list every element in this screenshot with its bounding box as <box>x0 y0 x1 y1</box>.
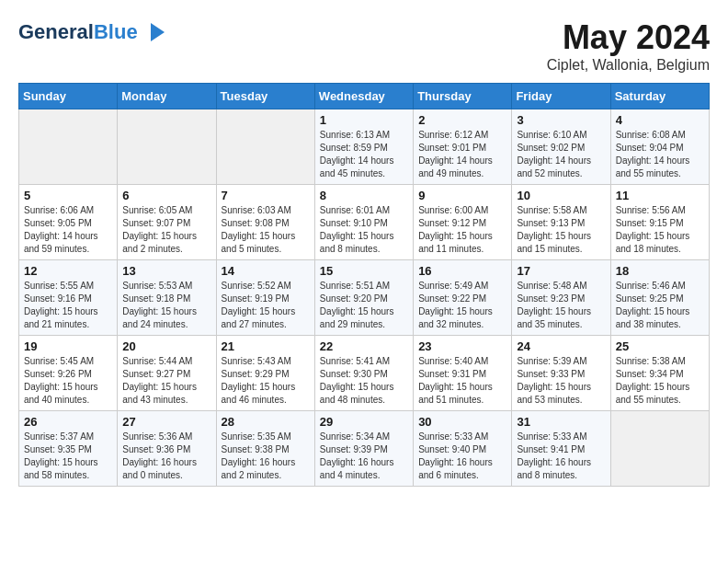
calendar-cell: 4Sunrise: 6:08 AM Sunset: 9:04 PM Daylig… <box>610 109 709 185</box>
logo: GeneralBlue <box>18 18 169 46</box>
day-of-week-header: Monday <box>118 84 216 109</box>
calendar-cell: 16Sunrise: 5:49 AM Sunset: 9:22 PM Dayli… <box>414 260 512 336</box>
calendar-cell: 10Sunrise: 5:58 AM Sunset: 9:13 PM Dayli… <box>512 185 610 260</box>
day-number: 23 <box>418 339 506 353</box>
day-number: 28 <box>222 415 310 429</box>
day-number: 2 <box>418 113 506 127</box>
day-number: 8 <box>320 189 408 202</box>
day-info: Sunrise: 5:49 AM Sunset: 9:22 PM Dayligh… <box>418 280 506 331</box>
calendar-cell: 24Sunrise: 5:39 AM Sunset: 9:33 PM Dayli… <box>512 336 610 411</box>
svg-marker-0 <box>151 23 165 41</box>
day-info: Sunrise: 5:56 AM Sunset: 9:15 PM Dayligh… <box>616 204 704 256</box>
title-block: May 2024 Ciplet, Wallonia, Belgium <box>547 18 710 74</box>
day-info: Sunrise: 6:00 AM Sunset: 9:12 PM Dayligh… <box>418 204 506 256</box>
day-info: Sunrise: 6:13 AM Sunset: 8:59 PM Dayligh… <box>320 129 408 180</box>
day-info: Sunrise: 6:10 AM Sunset: 9:02 PM Dayligh… <box>517 129 605 180</box>
calendar-week-row: 5Sunrise: 6:06 AM Sunset: 9:05 PM Daylig… <box>19 185 710 260</box>
day-number: 29 <box>320 415 408 429</box>
calendar-cell: 9Sunrise: 6:00 AM Sunset: 9:12 PM Daylig… <box>414 185 512 260</box>
calendar-week-row: 1Sunrise: 6:13 AM Sunset: 8:59 PM Daylig… <box>19 109 710 185</box>
day-info: Sunrise: 5:40 AM Sunset: 9:31 PM Dayligh… <box>418 355 506 407</box>
calendar-cell <box>216 109 314 185</box>
day-number: 18 <box>616 264 704 278</box>
day-number: 31 <box>517 415 605 429</box>
calendar-cell: 29Sunrise: 5:34 AM Sunset: 9:39 PM Dayli… <box>314 411 413 487</box>
day-of-week-header: Tuesday <box>216 84 314 109</box>
logo-text: GeneralBlue <box>18 21 138 43</box>
calendar-week-row: 26Sunrise: 5:37 AM Sunset: 9:35 PM Dayli… <box>19 411 710 487</box>
day-info: Sunrise: 5:33 AM Sunset: 9:41 PM Dayligh… <box>517 431 605 482</box>
day-info: Sunrise: 5:53 AM Sunset: 9:18 PM Dayligh… <box>122 280 210 331</box>
day-info: Sunrise: 6:01 AM Sunset: 9:10 PM Dayligh… <box>320 204 408 256</box>
logo-icon <box>142 18 169 46</box>
calendar-cell <box>19 109 118 185</box>
calendar-cell: 31Sunrise: 5:33 AM Sunset: 9:41 PM Dayli… <box>512 411 610 487</box>
day-of-week-header: Friday <box>512 84 610 109</box>
day-number: 12 <box>24 264 112 278</box>
calendar-cell: 25Sunrise: 5:38 AM Sunset: 9:34 PM Dayli… <box>610 336 709 411</box>
day-info: Sunrise: 6:06 AM Sunset: 9:05 PM Dayligh… <box>24 204 112 256</box>
calendar-cell: 3Sunrise: 6:10 AM Sunset: 9:02 PM Daylig… <box>512 109 610 185</box>
calendar-week-row: 12Sunrise: 5:55 AM Sunset: 9:16 PM Dayli… <box>19 260 710 336</box>
day-info: Sunrise: 5:34 AM Sunset: 9:39 PM Dayligh… <box>320 431 408 482</box>
day-of-week-header: Saturday <box>610 84 709 109</box>
calendar-cell: 21Sunrise: 5:43 AM Sunset: 9:29 PM Dayli… <box>216 336 314 411</box>
calendar-header-row: SundayMondayTuesdayWednesdayThursdayFrid… <box>19 84 710 109</box>
day-number: 13 <box>122 264 210 278</box>
day-number: 25 <box>616 339 704 353</box>
calendar-cell: 8Sunrise: 6:01 AM Sunset: 9:10 PM Daylig… <box>314 185 413 260</box>
calendar-cell: 15Sunrise: 5:51 AM Sunset: 9:20 PM Dayli… <box>314 260 413 336</box>
day-info: Sunrise: 5:38 AM Sunset: 9:34 PM Dayligh… <box>616 355 704 407</box>
calendar-cell: 27Sunrise: 5:36 AM Sunset: 9:36 PM Dayli… <box>118 411 216 487</box>
day-info: Sunrise: 5:39 AM Sunset: 9:33 PM Dayligh… <box>517 355 605 407</box>
day-number: 11 <box>616 189 704 202</box>
subtitle: Ciplet, Wallonia, Belgium <box>547 57 710 74</box>
day-number: 27 <box>122 415 210 429</box>
day-number: 30 <box>418 415 506 429</box>
day-info: Sunrise: 5:33 AM Sunset: 9:40 PM Dayligh… <box>418 431 506 482</box>
day-number: 10 <box>517 189 605 202</box>
calendar-cell: 6Sunrise: 6:05 AM Sunset: 9:07 PM Daylig… <box>118 185 216 260</box>
day-number: 17 <box>517 264 605 278</box>
day-number: 1 <box>320 113 408 127</box>
day-info: Sunrise: 6:05 AM Sunset: 9:07 PM Dayligh… <box>122 204 210 256</box>
day-number: 4 <box>616 113 704 127</box>
day-number: 6 <box>122 189 210 202</box>
day-info: Sunrise: 6:08 AM Sunset: 9:04 PM Dayligh… <box>616 129 704 180</box>
day-of-week-header: Wednesday <box>314 84 413 109</box>
calendar-cell: 5Sunrise: 6:06 AM Sunset: 9:05 PM Daylig… <box>19 185 118 260</box>
day-of-week-header: Thursday <box>414 84 512 109</box>
day-info: Sunrise: 5:36 AM Sunset: 9:36 PM Dayligh… <box>122 431 210 482</box>
calendar-cell <box>118 109 216 185</box>
day-number: 21 <box>222 339 310 353</box>
calendar-table: SundayMondayTuesdayWednesdayThursdayFrid… <box>18 83 710 487</box>
day-number: 7 <box>222 189 310 202</box>
day-number: 20 <box>122 339 210 353</box>
day-info: Sunrise: 5:37 AM Sunset: 9:35 PM Dayligh… <box>24 431 112 482</box>
day-of-week-header: Sunday <box>19 84 118 109</box>
day-info: Sunrise: 5:44 AM Sunset: 9:27 PM Dayligh… <box>122 355 210 407</box>
day-number: 24 <box>517 339 605 353</box>
calendar-cell: 14Sunrise: 5:52 AM Sunset: 9:19 PM Dayli… <box>216 260 314 336</box>
calendar-cell: 11Sunrise: 5:56 AM Sunset: 9:15 PM Dayli… <box>610 185 709 260</box>
day-number: 3 <box>517 113 605 127</box>
day-number: 5 <box>24 189 112 202</box>
day-info: Sunrise: 5:48 AM Sunset: 9:23 PM Dayligh… <box>517 280 605 331</box>
calendar-cell: 26Sunrise: 5:37 AM Sunset: 9:35 PM Dayli… <box>19 411 118 487</box>
day-info: Sunrise: 5:35 AM Sunset: 9:38 PM Dayligh… <box>222 431 310 482</box>
calendar-week-row: 19Sunrise: 5:45 AM Sunset: 9:26 PM Dayli… <box>19 336 710 411</box>
day-info: Sunrise: 5:51 AM Sunset: 9:20 PM Dayligh… <box>320 280 408 331</box>
calendar-cell <box>610 411 709 487</box>
day-info: Sunrise: 5:52 AM Sunset: 9:19 PM Dayligh… <box>222 280 310 331</box>
calendar-cell: 1Sunrise: 6:13 AM Sunset: 8:59 PM Daylig… <box>314 109 413 185</box>
day-number: 26 <box>24 415 112 429</box>
calendar-cell: 19Sunrise: 5:45 AM Sunset: 9:26 PM Dayli… <box>19 336 118 411</box>
day-info: Sunrise: 5:58 AM Sunset: 9:13 PM Dayligh… <box>517 204 605 256</box>
calendar-cell: 20Sunrise: 5:44 AM Sunset: 9:27 PM Dayli… <box>118 336 216 411</box>
calendar-cell: 18Sunrise: 5:46 AM Sunset: 9:25 PM Dayli… <box>610 260 709 336</box>
day-number: 9 <box>418 189 506 202</box>
calendar-cell: 13Sunrise: 5:53 AM Sunset: 9:18 PM Dayli… <box>118 260 216 336</box>
page-header: GeneralBlue May 2024 Ciplet, Wallonia, B… <box>18 18 710 74</box>
day-info: Sunrise: 5:45 AM Sunset: 9:26 PM Dayligh… <box>24 355 112 407</box>
day-info: Sunrise: 6:03 AM Sunset: 9:08 PM Dayligh… <box>222 204 310 256</box>
